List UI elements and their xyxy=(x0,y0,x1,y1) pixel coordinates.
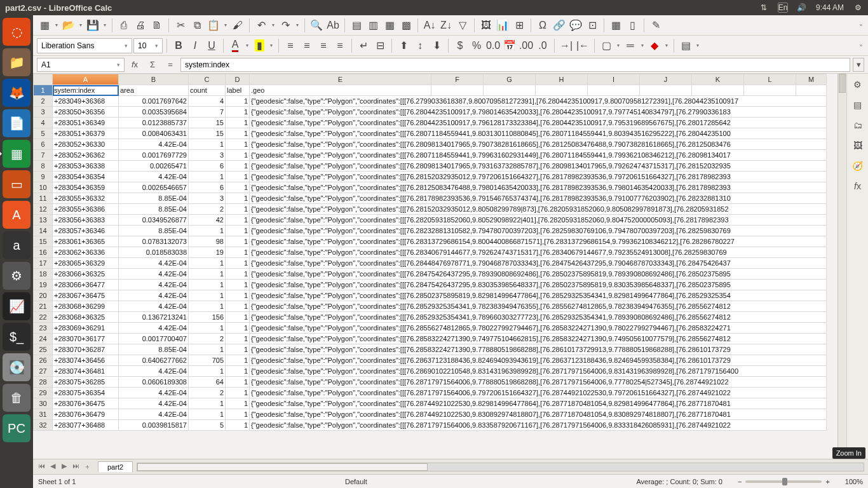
cell-D5[interactable]: 1 xyxy=(226,128,250,139)
cell-E9[interactable]: {"geodesic":false,"type":"Polygon","coor… xyxy=(250,172,827,182)
cell-C8[interactable]: 6 xyxy=(189,161,226,172)
headers-button[interactable]: ⊡ xyxy=(585,18,600,33)
zoom-value[interactable]: 100% xyxy=(845,478,863,485)
cell-B29[interactable]: 4.42E-04 xyxy=(119,388,189,398)
border-style-button[interactable]: ═ xyxy=(623,38,638,53)
cell-D25[interactable]: 1 xyxy=(226,344,250,355)
cell-C12[interactable]: 2 xyxy=(189,204,226,215)
font-name-combo[interactable]: Liberation Sans▾ xyxy=(37,38,132,53)
launcher-impress[interactable]: ▭ xyxy=(3,170,31,198)
sound-icon[interactable]: 🔊 xyxy=(797,3,807,13)
cell-J1[interactable] xyxy=(640,85,692,96)
row-header-25[interactable]: 25 xyxy=(34,344,53,355)
row-header-4[interactable]: 4 xyxy=(34,118,53,128)
cell-C14[interactable]: 1 xyxy=(189,226,226,236)
draw-button[interactable]: ✎ xyxy=(648,18,663,33)
cell-A29[interactable]: +283075+36354 xyxy=(53,388,119,398)
cell-C4[interactable]: 15 xyxy=(189,118,226,128)
row-header-23[interactable]: 23 xyxy=(34,323,53,334)
cell-B6[interactable]: 4.42E-04 xyxy=(119,139,189,150)
sheet-tab-part2[interactable]: part2 xyxy=(98,461,133,472)
cell-E16[interactable]: {"geodesic":false,"type":"Polygon","coor… xyxy=(250,247,827,258)
save-button[interactable]: 💾 xyxy=(85,18,100,33)
hyperlink-button[interactable]: 🔗 xyxy=(552,18,567,33)
row-header-5[interactable]: 5 xyxy=(34,128,53,139)
cell-A27[interactable]: +283074+36481 xyxy=(53,366,119,377)
align-center-button[interactable]: ≡ xyxy=(299,38,315,53)
cut-button[interactable]: ✂ xyxy=(173,18,188,33)
status-style[interactable]: Default xyxy=(345,478,367,485)
new-button[interactable]: ▦ xyxy=(37,18,52,33)
cell-E13[interactable]: {"geodesic":false,"type":"Polygon","coor… xyxy=(250,215,827,226)
paste-dropdown[interactable]: ▾ xyxy=(222,22,229,28)
sidebar-navigator-icon[interactable]: 🧭 xyxy=(850,158,866,174)
zoom-in-button[interactable]: + xyxy=(825,478,829,485)
cell-C13[interactable]: 42 xyxy=(189,215,226,226)
tab-prev-button[interactable]: ◀ xyxy=(47,462,58,471)
cell-A10[interactable]: +283054+36359 xyxy=(53,182,119,193)
cell-A17[interactable]: +283065+36329 xyxy=(53,258,119,269)
row-header-7[interactable]: 7 xyxy=(34,150,53,161)
cell-A6[interactable]: +283052+36330 xyxy=(53,139,119,150)
cell-A20[interactable]: +283067+36475 xyxy=(53,290,119,301)
sidebar-functions-icon[interactable]: fx xyxy=(850,178,866,194)
cell-B23[interactable]: 4.42E-04 xyxy=(119,323,189,334)
cell-D4[interactable]: 1 xyxy=(226,118,250,128)
network-icon[interactable]: ⇅ xyxy=(759,3,769,13)
column-header-A[interactable]: A xyxy=(53,74,119,85)
cell-F1[interactable] xyxy=(431,85,484,96)
cell-E27[interactable]: {"geodesic":false,"type":"Polygon","coor… xyxy=(250,366,827,377)
cell-B10[interactable]: 0.0026546657 xyxy=(119,182,189,193)
split-button[interactable]: ▯ xyxy=(625,18,640,33)
redo-dropdown[interactable]: ▾ xyxy=(294,22,301,28)
language-indicator[interactable]: En xyxy=(778,3,788,13)
align-justify-button[interactable]: ≡ xyxy=(332,38,348,53)
cell-B4[interactable]: 0.0123885737 xyxy=(119,118,189,128)
cell-B8[interactable]: 0.00265471 xyxy=(119,161,189,172)
cell-A23[interactable]: +283069+36291 xyxy=(53,323,119,334)
cell-B24[interactable]: 0.0017700407 xyxy=(119,334,189,344)
launcher-calc[interactable]: ▦ xyxy=(3,140,31,168)
toolbar-overflow[interactable]: » xyxy=(858,22,864,28)
cell-H1[interactable] xyxy=(536,85,588,96)
currency-button[interactable]: $ xyxy=(452,38,468,53)
cell-B3[interactable]: 0.0035395684 xyxy=(119,107,189,118)
launcher-disk[interactable]: 💽 xyxy=(3,353,31,381)
align-middle-button[interactable]: ↕ xyxy=(412,38,428,53)
horizontal-scrollbar[interactable] xyxy=(137,463,864,471)
cell-D14[interactable]: 1 xyxy=(226,226,250,236)
cell-C29[interactable]: 2 xyxy=(189,388,226,398)
cell-B9[interactable]: 4.42E-04 xyxy=(119,172,189,182)
remove-decimal-button[interactable]: .0 xyxy=(535,38,550,53)
cell-C21[interactable]: 1 xyxy=(189,301,226,312)
column-header-C[interactable]: C xyxy=(189,74,226,85)
add-decimal-button[interactable]: .00 xyxy=(519,38,534,53)
row-header-30[interactable]: 30 xyxy=(34,398,53,409)
insert-rows-button[interactable]: ▦ xyxy=(382,18,397,33)
cell-A7[interactable]: +283052+36362 xyxy=(53,150,119,161)
cell-A30[interactable]: +283076+36475 xyxy=(53,398,119,409)
print-button[interactable]: 🖨 xyxy=(133,18,148,33)
paste-button[interactable]: 📋 xyxy=(206,18,221,33)
pivot-button[interactable]: ⊞ xyxy=(512,18,527,33)
launcher-terminal[interactable]: $_ xyxy=(3,323,31,351)
cell-E15[interactable]: {"geodesic":false,"type":"Polygon","coor… xyxy=(250,236,827,247)
cell-D13[interactable]: 1 xyxy=(226,215,250,226)
spreadsheet-grid[interactable]: ABCDEFGHIJKLM1system:indexareacountlabel… xyxy=(33,74,846,459)
find-button[interactable]: 🔍 xyxy=(309,18,324,33)
font-size-combo[interactable]: 10▾ xyxy=(133,38,163,53)
highlight-button[interactable]: ▮ xyxy=(252,38,267,53)
row-header-32[interactable]: 32 xyxy=(34,420,53,431)
cell-A24[interactable]: +283070+36177 xyxy=(53,334,119,344)
align-bottom-button[interactable]: ⬇ xyxy=(429,38,444,53)
cell-B14[interactable]: 8.85E-04 xyxy=(119,226,189,236)
column-header-K[interactable]: K xyxy=(692,74,744,85)
bg-color-button[interactable]: ◆ xyxy=(647,38,662,53)
cell-E17[interactable]: {"geodesic":false,"type":"Polygon","coor… xyxy=(250,258,827,269)
cell-E28[interactable]: {"geodesic":false,"type":"Polygon","coor… xyxy=(250,377,827,388)
cell-E2[interactable]: {"geodesic":false,"type":"Polygon","coor… xyxy=(250,96,827,107)
cell-D27[interactable]: 1 xyxy=(226,366,250,377)
cell-C28[interactable]: 64 xyxy=(189,377,226,388)
launcher-software[interactable]: A xyxy=(3,201,31,229)
formula-input[interactable] xyxy=(180,58,850,72)
